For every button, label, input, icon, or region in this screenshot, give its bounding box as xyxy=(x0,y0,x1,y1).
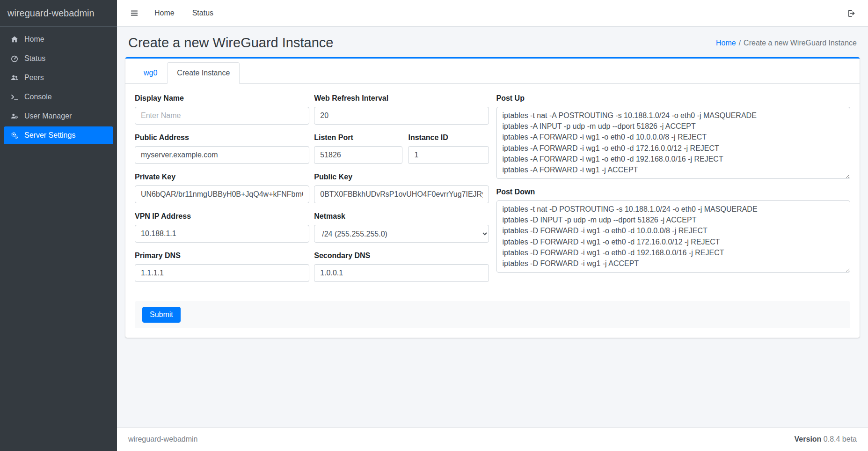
form-row: Primary DNS Secondary DNS xyxy=(135,251,489,291)
breadcrumb-home-link[interactable]: Home xyxy=(716,39,736,47)
listen-port-input[interactable] xyxy=(314,146,402,164)
public-key-input[interactable] xyxy=(314,185,489,203)
port-id-subrow: Listen Port Instance ID xyxy=(314,133,489,173)
sidebar-item-status[interactable]: Status xyxy=(4,50,113,67)
users-icon xyxy=(7,74,22,82)
form-left-column: Display Name Web Refresh Interval xyxy=(135,94,489,291)
web-refresh-interval-label: Web Refresh Interval xyxy=(314,94,489,103)
post-down-label: Post Down xyxy=(496,188,851,196)
sidebar-item-label: Console xyxy=(24,93,52,101)
sidebar-item-label: Server Settings xyxy=(24,131,75,140)
secondary-dns-group: Secondary DNS xyxy=(314,251,489,282)
logout-icon[interactable] xyxy=(843,6,860,21)
sidebar-item-user-manager[interactable]: User Manager xyxy=(4,107,113,125)
home-icon xyxy=(7,35,22,44)
secondary-dns-label: Secondary DNS xyxy=(314,251,489,260)
instance-id-group: Instance ID xyxy=(408,133,489,164)
instance-id-label: Instance ID xyxy=(408,133,489,142)
sidebar-nav: Home Status Peers Console xyxy=(0,27,117,149)
content-header: Create a new WireGuard Instance Home/Cre… xyxy=(125,27,860,57)
form-right-column: Post Up iptables -t nat -A POSTROUTING -… xyxy=(496,94,851,291)
private-key-label: Private Key xyxy=(135,173,309,181)
primary-dns-label: Primary DNS xyxy=(135,251,309,260)
netmask-select[interactable]: /24 (255.255.255.0) xyxy=(314,225,489,243)
instance-form: Display Name Web Refresh Interval xyxy=(125,84,860,338)
sidebar-item-label: Status xyxy=(24,54,45,63)
post-down-textarea[interactable]: iptables -t nat -D POSTROUTING -s 10.188… xyxy=(496,200,851,273)
terminal-icon xyxy=(7,93,22,101)
brand-title: wireguard-webadmin xyxy=(0,0,117,27)
public-address-input[interactable] xyxy=(135,146,309,164)
form-row: Public Address Listen Port In xyxy=(135,133,489,173)
submit-bar: Submit xyxy=(135,301,850,328)
breadcrumb-separator: / xyxy=(739,39,741,47)
tab-create-instance[interactable]: Create Instance xyxy=(167,62,240,84)
instance-tabs: wg0 Create Instance xyxy=(125,59,860,84)
footer-version: Version 0.8.4 beta xyxy=(795,435,857,444)
form-row: Display Name Web Refresh Interval xyxy=(135,94,489,133)
top-navbar: Home Status xyxy=(117,0,868,27)
public-key-group: Public Key xyxy=(314,173,489,203)
public-key-label: Public Key xyxy=(314,173,489,181)
sidebar-item-peers[interactable]: Peers xyxy=(4,69,113,87)
sidebar-item-console[interactable]: Console xyxy=(4,88,113,106)
cogs-icon xyxy=(7,131,22,140)
navbar-link-status[interactable]: Status xyxy=(186,6,220,20)
main-column: Home Status Create a new WireGuard Insta… xyxy=(117,0,868,451)
menu-icon[interactable] xyxy=(125,6,143,20)
main-footer: wireguard-webadmin Version 0.8.4 beta xyxy=(117,427,868,451)
user-cog-icon xyxy=(7,112,22,120)
sidebar-item-label: Peers xyxy=(24,74,44,82)
web-refresh-interval-input[interactable] xyxy=(314,107,489,125)
post-up-label: Post Up xyxy=(496,94,851,103)
vpn-ip-label: VPN IP Address xyxy=(135,212,309,221)
breadcrumb: Home/Create a new WireGuard Instance xyxy=(716,39,857,47)
footer-version-value: 0.8.4 beta xyxy=(824,435,857,443)
sidebar-item-server-settings[interactable]: Server Settings xyxy=(4,126,113,144)
sidebar-item-home[interactable]: Home xyxy=(4,30,113,48)
form-row: VPN IP Address Netmask /24 (255.255.255.… xyxy=(135,212,489,251)
netmask-label: Netmask xyxy=(314,212,489,221)
listen-port-label: Listen Port xyxy=(314,133,402,142)
instance-card: wg0 Create Instance Display Name xyxy=(125,57,860,338)
post-up-group: Post Up iptables -t nat -A POSTROUTING -… xyxy=(496,94,851,179)
sidebar-item-label: User Manager xyxy=(24,112,72,120)
vpn-ip-input[interactable] xyxy=(135,225,309,243)
footer-app-name: wireguard-webadmin xyxy=(128,435,198,444)
netmask-group: Netmask /24 (255.255.255.0) xyxy=(314,212,489,243)
form-grid: Display Name Web Refresh Interval xyxy=(135,94,850,291)
display-name-group: Display Name xyxy=(135,94,309,125)
page-title: Create a new WireGuard Instance xyxy=(128,35,333,51)
submit-button[interactable]: Submit xyxy=(142,307,181,323)
primary-dns-group: Primary DNS xyxy=(135,251,309,282)
private-key-input[interactable] xyxy=(135,185,309,203)
web-refresh-interval-group: Web Refresh Interval xyxy=(314,94,489,125)
app-window: wireguard-webadmin Home Status Peers xyxy=(0,0,868,451)
content-area: Create a new WireGuard Instance Home/Cre… xyxy=(117,27,868,427)
post-up-textarea[interactable]: iptables -t nat -A POSTROUTING -s 10.188… xyxy=(496,107,851,179)
vpn-ip-group: VPN IP Address xyxy=(135,212,309,243)
sidebar: wireguard-webadmin Home Status Peers xyxy=(0,0,117,451)
public-address-group: Public Address xyxy=(135,133,309,164)
display-name-input[interactable] xyxy=(135,107,309,125)
private-key-group: Private Key xyxy=(135,173,309,203)
primary-dns-input[interactable] xyxy=(135,264,309,282)
navbar-link-home[interactable]: Home xyxy=(148,6,181,20)
listen-port-group: Listen Port xyxy=(314,133,402,164)
post-down-group: Post Down iptables -t nat -D POSTROUTING… xyxy=(496,188,851,273)
secondary-dns-input[interactable] xyxy=(314,264,489,282)
tachometer-icon xyxy=(7,54,22,63)
sidebar-item-label: Home xyxy=(24,35,44,44)
breadcrumb-current: Create a new WireGuard Instance xyxy=(744,39,857,47)
instance-id-input[interactable] xyxy=(408,146,489,164)
display-name-label: Display Name xyxy=(135,94,309,103)
tab-wg0[interactable]: wg0 xyxy=(134,62,167,84)
footer-version-label: Version xyxy=(795,435,822,443)
public-address-label: Public Address xyxy=(135,133,309,142)
form-row: Private Key Public Key xyxy=(135,173,489,212)
